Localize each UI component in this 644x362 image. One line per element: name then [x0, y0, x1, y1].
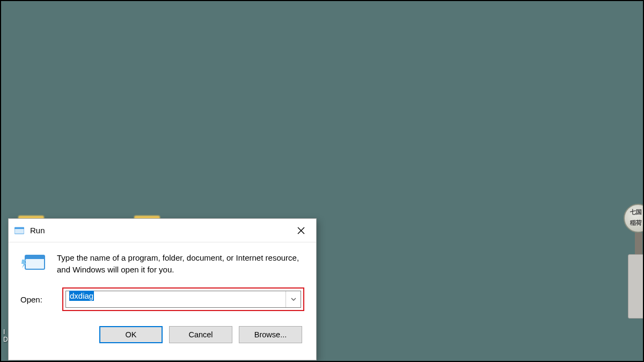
close-button[interactable] — [286, 219, 316, 242]
input-highlight-annotation: dxdiag — [62, 287, 304, 311]
run-app-icon — [14, 225, 25, 236]
run-dialog: Run Type the name of a program, folder, … — [8, 218, 317, 360]
chevron-down-icon — [291, 298, 296, 301]
dialog-description: Type the name of a program, folder, docu… — [57, 252, 304, 276]
svg-rect-1 — [14, 227, 24, 229]
desktop-widget-pole — [635, 233, 642, 254]
dialog-button-row: OK Cancel Browse... — [20, 326, 304, 343]
open-dropdown-button[interactable] — [286, 291, 301, 307]
desktop-widget-badge: 七国 稲荷 — [624, 204, 644, 233]
run-app-icon-large — [20, 252, 47, 274]
dialog-title: Run — [30, 226, 286, 235]
browse-button[interactable]: Browse... — [239, 326, 302, 343]
cancel-button[interactable]: Cancel — [169, 326, 232, 343]
input-selected-text: dxdiag — [69, 291, 94, 301]
open-label: Open: — [20, 295, 53, 304]
open-input[interactable]: dxdiag — [66, 291, 286, 307]
close-icon — [297, 227, 305, 234]
dialog-content: Type the name of a program, folder, docu… — [9, 242, 316, 348]
ok-button[interactable]: OK — [99, 326, 163, 343]
titlebar[interactable]: Run — [9, 219, 316, 242]
open-combobox[interactable]: dxdiag — [65, 291, 301, 308]
badge-text-top: 七国 — [630, 208, 642, 216]
badge-text-bottom: 稲荷 — [630, 219, 642, 227]
desktop-widget-box — [628, 254, 644, 319]
desktop-widget: 七国 稲荷 — [624, 204, 644, 354]
desktop-icon-label: I D — [3, 328, 8, 343]
svg-rect-5 — [25, 255, 45, 259]
